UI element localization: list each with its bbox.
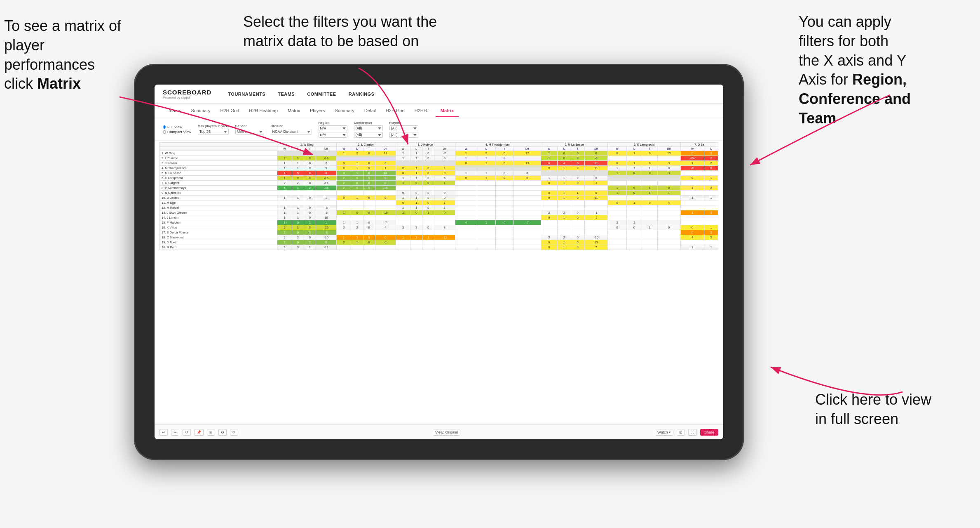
tab-h2hgrid1[interactable]: H2H Grid: [215, 105, 244, 117]
conference-select-x[interactable]: (All): [354, 125, 383, 131]
players-select-x[interactable]: (All): [389, 125, 418, 131]
undo-btn[interactable]: ↩: [159, 429, 168, 436]
cell-11-6-1: [704, 205, 718, 210]
cell-6-3-0: [455, 181, 477, 186]
players-select-y[interactable]: (All): [389, 132, 418, 138]
cell-12-0-2: 0: [304, 210, 316, 215]
fullview-radio[interactable]: Full View: [163, 125, 191, 129]
cell-17-2-2: 1: [422, 235, 434, 240]
max-players-select[interactable]: Top 25: [198, 129, 229, 134]
cell-9-0-0: 1: [277, 196, 292, 200]
gender-select[interactable]: Men's: [235, 129, 264, 134]
nav-rankings[interactable]: RANKINGS: [349, 92, 375, 97]
top-nav: SCOREBOARD Powered by clippd TOURNAMENTS…: [155, 85, 723, 104]
table-row: 18. C Sherwood220-101300131-11220-1045: [160, 235, 718, 240]
view-original-btn[interactable]: View: Original: [433, 429, 460, 436]
cell-11-1-1: [351, 205, 363, 210]
region-select-y[interactable]: N/A: [319, 132, 347, 138]
cell-18-4-1: 1: [557, 240, 571, 245]
zoom-fit-btn[interactable]: ⊞: [207, 429, 215, 436]
tab-summary2[interactable]: Summary: [330, 105, 359, 117]
cell-9-3-0: [455, 196, 477, 200]
cell-13-0-3: 10: [316, 215, 336, 220]
settings-btn[interactable]: ⚙: [218, 429, 227, 436]
cell-6-1-0: 2: [337, 181, 351, 186]
tab-h2hgrid2[interactable]: H2H Grid: [381, 105, 410, 117]
cell-1-2-3: 0: [434, 156, 455, 161]
cell-5-2-3: 5: [434, 176, 455, 181]
cell-8-4-1: 1: [557, 191, 571, 196]
tab-h2hheatmap[interactable]: H2H Heatmap: [244, 105, 283, 117]
cell-16-2-2: [422, 230, 434, 235]
cell-4-4-1: [557, 171, 571, 176]
cell-2-5-3: 3: [657, 161, 680, 166]
cell-1-2-2: 0: [422, 156, 434, 161]
tab-matrix1[interactable]: Matrix: [283, 105, 305, 117]
cell-15-0-0: 2: [277, 225, 292, 230]
matrix-area[interactable]: 1. W Ding 2. L Clanton 3. J Koivun 4. M …: [155, 141, 723, 424]
nav-committee[interactable]: COMMITTEE: [307, 92, 336, 97]
share-btn[interactable]: Share: [700, 429, 718, 436]
cell-7-0-3: -48: [316, 186, 336, 191]
cell-4-0-2: 0: [304, 171, 316, 176]
cell-19-0-1: 3: [292, 245, 304, 250]
max-players-group: Max players in view Top 25: [198, 124, 229, 134]
cell-16-3-3: [513, 230, 541, 235]
filter-bar: Full View Compact View Max players in vi…: [155, 118, 723, 141]
cell-6-3-3: [513, 181, 541, 186]
reload-btn[interactable]: ↺: [183, 429, 191, 436]
cell-14-5-3: [657, 220, 680, 225]
cell-14-4-2: [571, 220, 584, 225]
cell-7-2-3: [434, 186, 455, 191]
cell-18-4-3: 13: [584, 240, 608, 245]
row-header-7: 8. P Summerhays: [160, 186, 277, 191]
cell-11-5-2: [642, 205, 657, 210]
cell-6-2-3: 1: [434, 181, 455, 186]
cell-19-0-3: -11: [316, 245, 336, 250]
cell-15-6-0: 0: [680, 225, 704, 230]
cell-8-1-2: [363, 191, 375, 196]
tab-h2hh[interactable]: H2HH...: [410, 105, 436, 117]
cell-7-4-1: [557, 186, 571, 191]
fullscreen-btn[interactable]: ⛶: [688, 429, 697, 436]
cell-2-0-0: 1: [277, 161, 292, 166]
compactview-radio[interactable]: Compact View: [163, 130, 191, 134]
cell-4-5-0: 1: [608, 171, 626, 176]
sub-t-1: T: [304, 147, 316, 151]
division-select[interactable]: NCAA Division I: [271, 129, 312, 134]
cell-8-3-2: [495, 191, 513, 196]
sub-dif-1: Dif: [316, 147, 336, 151]
table-row: 14. J Lundin11010010-7: [160, 215, 718, 220]
redo-btn[interactable]: ↪: [171, 429, 179, 436]
screenshot-btn[interactable]: ⊡: [677, 429, 685, 436]
cell-0-1-2: 0: [363, 151, 375, 156]
cell-11-4-1: [557, 205, 571, 210]
cell-10-0-2: [304, 200, 316, 205]
cell-17-3-2: [495, 235, 513, 240]
cell-10-0-3: [316, 200, 336, 205]
tab-summary1[interactable]: Summary: [186, 105, 215, 117]
corner-cell: [160, 143, 277, 147]
cell-17-6-1: 5: [704, 235, 718, 240]
pin-btn[interactable]: 📌: [194, 429, 204, 436]
region-select-x[interactable]: N/A: [319, 125, 347, 131]
table-row: 5. M La Sasso150631010010011061003: [160, 171, 718, 176]
nav-teams[interactable]: TEAMS: [278, 92, 295, 97]
cell-10-5-1: 1: [626, 200, 642, 205]
tab-teams[interactable]: Teams: [163, 105, 186, 117]
cell-2-5-2: 0: [642, 161, 657, 166]
refresh-btn[interactable]: ⟳: [230, 429, 238, 436]
tab-matrix-active[interactable]: Matrix: [436, 105, 459, 117]
tab-players[interactable]: Players: [305, 105, 330, 117]
cell-10-4-1: [557, 200, 571, 205]
cell-19-5-0: [608, 245, 626, 250]
sub-t-2: T: [363, 147, 375, 151]
nav-tournaments[interactable]: TOURNAMENTS: [228, 92, 265, 97]
conference-select-y[interactable]: (All): [354, 132, 383, 138]
cell-17-1-1: 3: [351, 235, 363, 240]
watch-btn[interactable]: Watch ▾: [655, 429, 673, 436]
cell-6-0-1: 2: [292, 181, 304, 186]
cell-19-4-0: 0: [541, 245, 557, 250]
cell-0-4-0: 1: [541, 151, 557, 156]
tab-detail[interactable]: Detail: [359, 105, 381, 117]
